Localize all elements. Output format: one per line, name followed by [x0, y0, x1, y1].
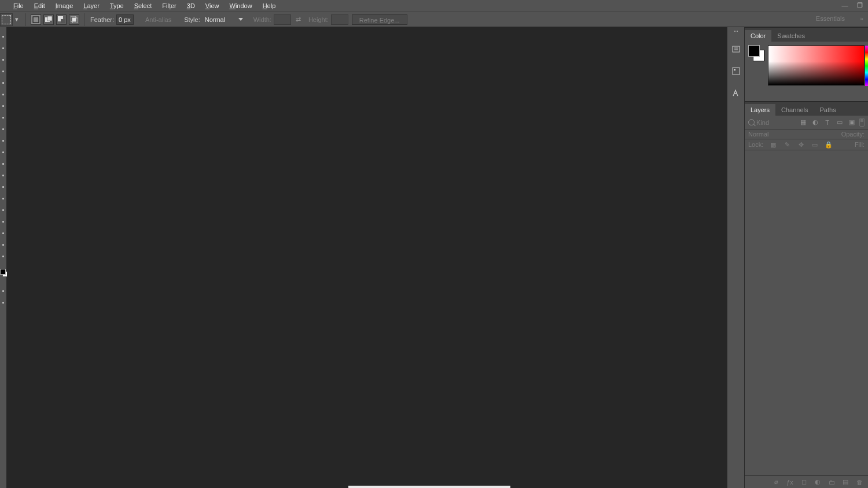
tab-channels[interactable]: Channels [775, 104, 814, 116]
menu-3d[interactable]: 3D [182, 0, 200, 12]
color-picker[interactable] [768, 45, 865, 86]
selection-new-button[interactable] [31, 14, 41, 25]
selection-intersect-button[interactable] [69, 14, 79, 25]
tool-dodge[interactable] [0, 181, 6, 193]
feather-input[interactable]: 0 px [116, 14, 134, 25]
dock-handle-icon[interactable] [730, 31, 742, 33]
svg-rect-10 [734, 69, 735, 71]
lock-transparent-icon: ▩ [769, 141, 777, 149]
filter-type-icon[interactable]: T [823, 118, 832, 127]
color-swatch-pair[interactable] [748, 45, 764, 61]
lock-all-icon: 🔒 [825, 141, 833, 149]
menu-view[interactable]: View [200, 0, 225, 12]
tool-marquee[interactable] [0, 42, 6, 54]
hue-slider[interactable] [865, 46, 868, 86]
layers-panel: Layers Channels Paths Kind ▦ ◐ T ▭ ▣ [745, 101, 868, 488]
tool-history-brush[interactable] [0, 135, 6, 146]
selection-subtract-button[interactable] [56, 14, 67, 25]
tab-layers[interactable]: Layers [745, 104, 775, 116]
filter-toggle[interactable] [859, 118, 865, 127]
history-panel-icon[interactable] [730, 43, 742, 55]
selection-add-button[interactable] [43, 14, 54, 25]
color-field[interactable] [768, 46, 864, 85]
adjustment-layer-icon: ◐ [814, 478, 822, 486]
tool-shape[interactable] [0, 227, 6, 239]
tool-path[interactable] [0, 216, 6, 227]
tab-paths[interactable]: Paths [814, 104, 842, 116]
quickmask-toggle[interactable] [0, 285, 6, 297]
tool-zoom[interactable] [0, 250, 6, 262]
layers-filter-row: Kind ▦ ◐ T ▭ ▣ [745, 116, 868, 130]
menu-image[interactable]: Image [50, 0, 79, 12]
filter-smart-icon[interactable]: ▣ [847, 118, 856, 127]
tools-panel [0, 27, 7, 488]
filter-pixel-icon[interactable]: ▦ [799, 118, 807, 127]
menu-file[interactable]: File [8, 0, 29, 12]
tab-color[interactable]: Color [745, 30, 771, 42]
filter-shape-icon[interactable]: ▭ [835, 118, 844, 127]
height-label: Height: [308, 16, 329, 23]
character-panel-icon[interactable] [730, 87, 742, 99]
tool-pen[interactable] [0, 193, 6, 204]
blend-mode-select: Normal [748, 131, 838, 138]
menu-help[interactable]: Help [258, 0, 281, 12]
workspace: Color Swatches Layers Channels Paths [0, 27, 868, 488]
panel-fg-color[interactable] [748, 45, 760, 57]
tool-move[interactable] [0, 31, 6, 42]
style-label: Style: [184, 16, 200, 23]
width-input [274, 14, 291, 25]
foreground-color-swatch[interactable] [0, 269, 6, 275]
properties-panel-icon[interactable] [730, 65, 742, 77]
layer-group-icon: 🗀 [827, 478, 836, 486]
lock-label: Lock: [748, 141, 763, 148]
tool-type[interactable] [0, 204, 6, 216]
foreground-background-colors[interactable] [0, 269, 7, 279]
tool-blur[interactable] [0, 169, 6, 181]
svg-rect-9 [733, 68, 740, 75]
tool-preset-picker[interactable] [0, 13, 13, 26]
layer-filter-search[interactable]: Kind [748, 119, 769, 126]
chevron-down-icon[interactable]: ▾ [15, 16, 20, 23]
search-icon [748, 119, 755, 125]
status-strip [348, 486, 510, 488]
window-maximize-icon[interactable]: ❐ [855, 1, 865, 9]
layers-list[interactable] [745, 150, 868, 475]
tool-eyedropper[interactable] [0, 88, 6, 100]
tool-hand[interactable] [0, 239, 6, 250]
tool-brush[interactable] [0, 112, 6, 123]
new-layer-icon: ▤ [841, 478, 849, 486]
collapsed-dock [727, 27, 744, 488]
tab-swatches[interactable]: Swatches [771, 30, 811, 42]
width-label: Width: [253, 16, 271, 23]
tool-eraser[interactable] [0, 146, 6, 158]
tool-crop[interactable] [0, 77, 6, 88]
screenmode-toggle[interactable] [0, 297, 6, 308]
menu-edit[interactable]: Edit [29, 0, 50, 12]
document-area[interactable] [7, 27, 727, 488]
menu-bar: File Edit Image Layer Type Select Filter… [0, 0, 868, 12]
tool-stamp[interactable] [0, 123, 6, 135]
feather-label: Feather: [90, 16, 114, 23]
right-panels: Color Swatches Layers Channels Paths [744, 27, 868, 488]
menu-filter[interactable]: Filter [157, 0, 181, 12]
menu-type[interactable]: Type [105, 0, 129, 12]
tool-gradient[interactable] [0, 158, 6, 169]
tool-wand[interactable] [0, 65, 6, 77]
tool-heal[interactable] [0, 100, 6, 112]
swap-dimensions-icon: ⇄ [293, 14, 304, 25]
layers-footer: ⌀ ƒx ◻ ◐ 🗀 ▤ 🗑 [745, 475, 868, 488]
style-select[interactable]: Normal [205, 14, 245, 25]
menu-select[interactable]: Select [129, 0, 157, 12]
tool-lasso[interactable] [0, 54, 6, 65]
menu-layer[interactable]: Layer [78, 0, 105, 12]
filter-adjust-icon[interactable]: ◐ [811, 118, 819, 127]
height-input [331, 14, 348, 25]
layer-mask-icon: ◻ [800, 478, 808, 486]
menu-window[interactable]: Window [225, 0, 258, 12]
window-minimize-icon[interactable]: — [840, 1, 849, 9]
workspace-menu-icon[interactable]: » [860, 15, 863, 22]
lock-pixels-icon: ✎ [783, 141, 791, 149]
svg-rect-2 [47, 16, 52, 21]
workspace-switcher[interactable]: Essentials [816, 15, 845, 22]
svg-rect-7 [72, 18, 76, 21]
